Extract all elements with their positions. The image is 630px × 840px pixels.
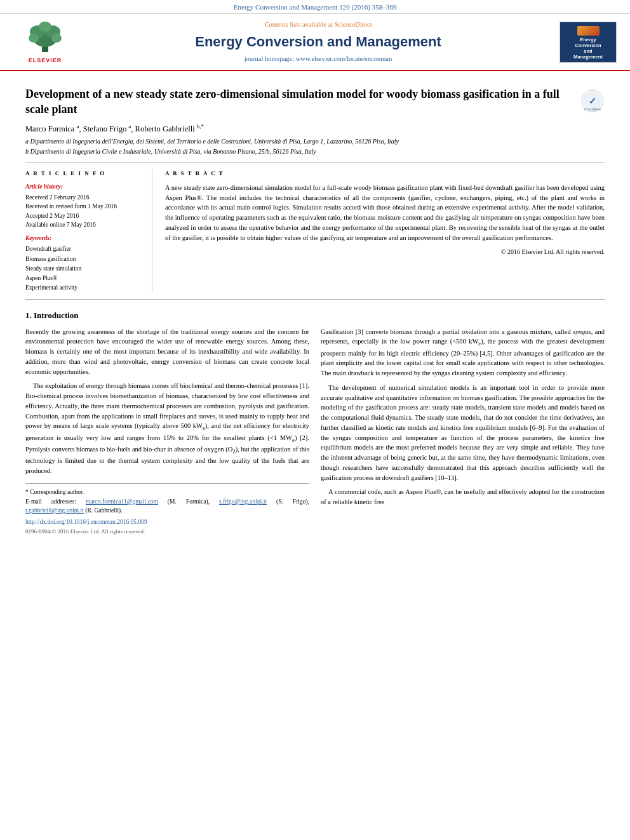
intro-right-col: Gasification [3] converts biomass throug… [321, 327, 605, 537]
keyword-2: Biomass gasification [25, 255, 144, 264]
keywords-section: Keywords: Downdraft gasifier Biomass gas… [25, 234, 144, 293]
abstract-text: A new steady state zero-dimensional simu… [165, 183, 605, 243]
elsevier-wordmark: ELSEVIER [29, 57, 62, 65]
ecm-logo: EnergyConversionandManagement [560, 22, 617, 63]
divider-2 [25, 299, 605, 300]
svg-text:✓: ✓ [589, 96, 596, 106]
article-info-panel: A R T I C L E I N F O Article history: R… [25, 170, 152, 293]
intro-body: Recently the growing awareness of the sh… [25, 327, 605, 537]
intro-section-number: 1. [25, 310, 32, 320]
ecm-logo-image [577, 26, 600, 36]
affiliation-a: a Dipartimento di Ingegneria dell'Energi… [25, 137, 605, 146]
email-label: E-mail addresses: [25, 498, 76, 505]
keyword-5: Experimental activity [25, 283, 144, 293]
journal-bar: Energy Conversion and Management 120 (20… [0, 0, 630, 14]
intro-section-heading: 1. Introduction [25, 310, 605, 321]
article-dates: Received 2 February 2016 Received in rev… [25, 193, 144, 229]
elsevier-tree-icon [20, 19, 70, 54]
keyword-1: Downdraft gasifier [25, 244, 144, 254]
article-info-abstract-section: A R T I C L E I N F O Article history: R… [25, 170, 605, 293]
keyword-3: Steady state simulation [25, 264, 144, 274]
doi-link[interactable]: http://dx.doi.org/10.1016/j.enconman.201… [25, 517, 309, 526]
intro-right-para-2: The development of numerical simulation … [321, 383, 605, 483]
intro-section-title: Introduction [34, 310, 79, 320]
crossmark-icon: ✓ CrossMark [580, 89, 605, 113]
intro-para-1: Recently the growing awareness of the sh… [25, 327, 309, 377]
article-info-heading: A R T I C L E I N F O [25, 170, 144, 178]
email-addresses: E-mail addresses: marco.formica11@gmail.… [25, 497, 309, 516]
svg-point-6 [51, 34, 62, 43]
email-gabbrielli[interactable]: r.gabbrielli@ing.unipi.it [25, 507, 84, 514]
email-frigo[interactable]: s.frigo@ing.unipi.it [219, 498, 267, 505]
journal-header: ELSEVIER Contents lists available at Sci… [0, 14, 630, 71]
paper-title-block: Development of a new steady state zero-d… [25, 86, 605, 117]
journal-citation: Energy Conversion and Management 120 (20… [234, 3, 396, 11]
paper-title-text: Development of a new steady state zero-d… [25, 86, 574, 117]
abstract-panel: A B S T R A C T A new steady state zero-… [165, 170, 605, 293]
svg-point-5 [29, 34, 39, 43]
main-content: Development of a new steady state zero-d… [0, 71, 630, 547]
footnotes: * Corresponding author. E-mail addresses… [25, 483, 309, 537]
intro-right-para-3: A commercial code, such as Aspen Plus®, … [321, 487, 605, 507]
authors-text: Marco Formica a, Stefano Frigo a, Robert… [25, 124, 204, 133]
publisher-logo: ELSEVIER [10, 19, 80, 65]
journal-logo-box: EnergyConversionandManagement [556, 22, 620, 63]
svg-text:CrossMark: CrossMark [584, 107, 601, 111]
divider [25, 163, 605, 163]
abstract-copyright: © 2016 Elsevier Ltd. All rights reserved… [165, 248, 605, 257]
received-date: Received 2 February 2016 [25, 193, 144, 202]
available-online-date: Available online 7 May 2016 [25, 220, 144, 229]
keyword-4: Aspen Plus® [25, 274, 144, 283]
issn-copyright: 0196-8904/© 2016 Elsevier Ltd. All right… [25, 528, 309, 537]
sciencedirect-link-text[interactable]: ScienceDirect [335, 21, 372, 28]
svg-point-4 [39, 22, 51, 32]
article-history-label: Article history: [25, 183, 144, 191]
journal-homepage: journal homepage: www.elsevier.com/locat… [86, 55, 550, 64]
journal-name: Energy Conversion and Management [86, 32, 550, 52]
accepted-date: Accepted 2 May 2016 [25, 211, 144, 220]
intro-para-2: The exploitation of energy through bioma… [25, 381, 309, 476]
corresponding-author-note: * Corresponding author. [25, 488, 309, 497]
sciencedirect-label: Contents lists available at ScienceDirec… [86, 20, 550, 30]
email-formica[interactable]: marco.formica11@gmail.com [86, 498, 158, 505]
affiliation-b: b Dipartimento di Ingegneria Civile e In… [25, 147, 605, 156]
abstract-heading: A B S T R A C T [165, 170, 605, 178]
intro-left-col: Recently the growing awareness of the sh… [25, 327, 309, 537]
keywords-label: Keywords: [25, 234, 144, 243]
journal-title-block: Contents lists available at ScienceDirec… [80, 20, 556, 63]
intro-right-para-1: Gasification [3] converts biomass throug… [321, 327, 605, 378]
authors-line: Marco Formica a, Stefano Frigo a, Robert… [25, 123, 605, 135]
received-revised-date: Received in revised form 1 May 2016 [25, 202, 144, 211]
